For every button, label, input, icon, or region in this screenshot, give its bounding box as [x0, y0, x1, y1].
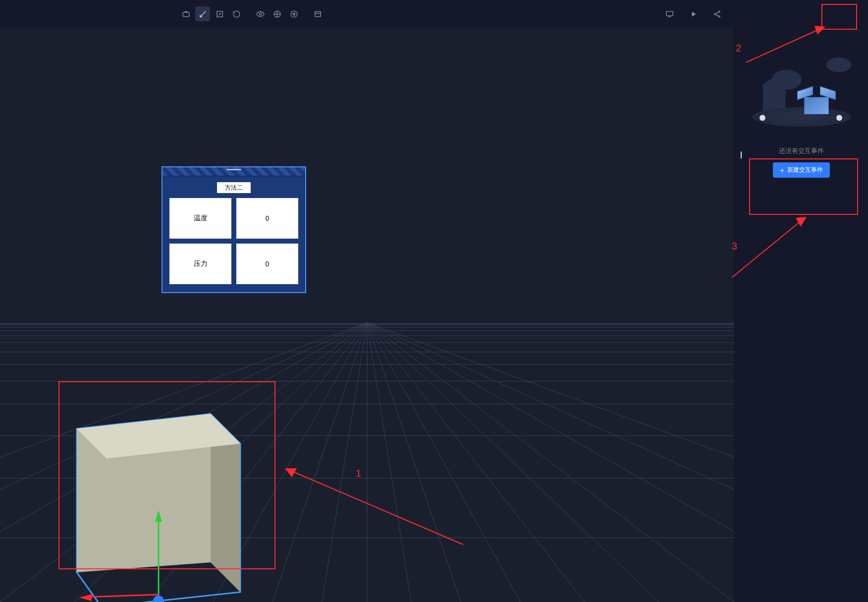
svg-rect-0: [183, 12, 189, 16]
svg-point-2: [259, 13, 261, 15]
svg-line-40: [367, 323, 734, 602]
compass-tool-icon[interactable]: [286, 6, 301, 21]
svg-marker-42: [77, 414, 240, 602]
svg-line-27: [149, 323, 367, 602]
svg-point-9: [718, 16, 720, 17]
svg-marker-44: [211, 414, 240, 592]
panel-tool-icon[interactable]: [310, 6, 325, 21]
svg-line-38: [367, 323, 734, 602]
plus-icon: +: [780, 167, 784, 174]
svg-point-52: [153, 596, 164, 602]
svg-line-29: [272, 323, 367, 602]
svg-line-32: [367, 323, 411, 602]
svg-rect-6: [666, 11, 673, 15]
svg-line-33: [367, 323, 461, 602]
cell-pressure-label: 压力: [169, 244, 231, 284]
panel-title: 方法二: [217, 182, 251, 193]
svg-line-26: [74, 323, 367, 602]
cell-pressure-value: 0: [236, 244, 298, 284]
move-gizmo: [79, 510, 164, 602]
share-icon[interactable]: [709, 6, 724, 21]
svg-marker-46: [77, 414, 240, 458]
box-icon: [799, 92, 834, 114]
cursor-mark: [741, 151, 742, 158]
camera-tool-icon[interactable]: [178, 6, 193, 21]
empty-state-text: 还没有交互事件: [743, 147, 860, 155]
perspective-grid: [0, 28, 734, 602]
svg-point-8: [714, 13, 715, 15]
sidebar-body: 还没有交互事件 + 新建交互事件: [735, 28, 868, 188]
svg-rect-5: [315, 11, 320, 16]
rotate-tool-icon[interactable]: [229, 6, 244, 21]
scale-tool-icon[interactable]: [212, 6, 227, 21]
svg-line-30: [322, 323, 367, 602]
svg-line-34: [367, 323, 520, 602]
svg-marker-43: [77, 414, 211, 572]
svg-point-7: [718, 11, 720, 12]
move-tool-icon[interactable]: [195, 6, 210, 21]
create-interaction-button[interactable]: + 新建交互事件: [773, 162, 829, 178]
eye-tool-icon[interactable]: [253, 6, 268, 21]
create-button-label: 新建交互事件: [787, 166, 823, 174]
3d-viewport[interactable]: 方法二 温度 0 压力 0: [0, 28, 734, 602]
panel-drag-handle[interactable]: [163, 167, 305, 176]
play-icon[interactable]: [686, 6, 701, 21]
empty-state-illustration: [752, 52, 851, 127]
top-toolbar: [0, 0, 868, 28]
svg-line-23: [0, 323, 367, 602]
svg-line-36: [367, 323, 659, 602]
svg-line-35: [367, 323, 585, 602]
cell-temperature-value: 0: [236, 198, 298, 239]
svg-line-25: [0, 323, 367, 602]
selected-cube-object[interactable]: [67, 399, 255, 602]
properties-sidebar: 基础 动画 数据 交互 还没有交互事件 + 新建交互事件: [734, 0, 868, 602]
svg-line-39: [367, 323, 734, 602]
svg-marker-48: [155, 510, 162, 522]
svg-marker-50: [79, 594, 92, 601]
cell-temperature-label: 温度: [169, 198, 231, 239]
grid-tool-icon[interactable]: [270, 6, 284, 21]
svg-line-28: [213, 323, 367, 602]
svg-line-22: [0, 323, 367, 602]
svg-line-49: [87, 595, 159, 597]
svg-line-24: [0, 323, 367, 602]
display-icon[interactable]: [662, 6, 677, 21]
svg-line-37: [367, 323, 734, 602]
floating-data-panel[interactable]: 方法二 温度 0 压力 0: [162, 166, 306, 293]
